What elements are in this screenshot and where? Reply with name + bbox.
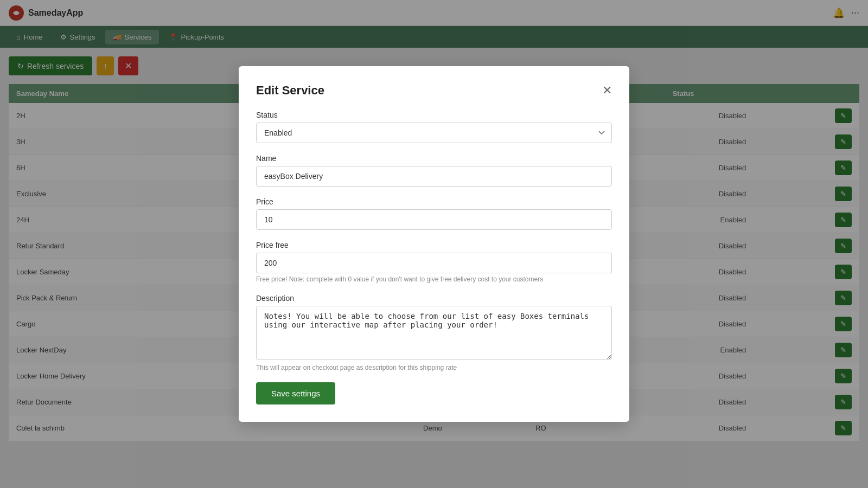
status-label: Status (256, 111, 612, 119)
description-label: Description (256, 294, 612, 303)
description-field-group: Description This will appear on checkout… (256, 294, 612, 371)
description-hint: This will appear on checkout page as des… (256, 364, 612, 371)
modal-overlay[interactable]: Edit Service ✕ Status Enabled Disabled N… (0, 0, 868, 488)
edit-service-modal: Edit Service ✕ Status Enabled Disabled N… (239, 66, 629, 422)
price-free-input[interactable] (256, 253, 612, 273)
status-select[interactable]: Enabled Disabled (256, 123, 612, 143)
name-label: Name (256, 154, 612, 163)
save-settings-button[interactable]: Save settings (256, 382, 335, 404)
price-free-field-group: Price free Free price! Note: complete wi… (256, 241, 612, 283)
status-field-group: Status Enabled Disabled (256, 111, 612, 143)
description-textarea[interactable] (256, 306, 612, 360)
name-field-group: Name (256, 154, 612, 187)
price-input[interactable] (256, 209, 612, 230)
price-label: Price (256, 197, 612, 206)
price-free-label: Price free (256, 241, 612, 249)
modal-title: Edit Service (256, 84, 324, 98)
modal-close-button[interactable]: ✕ (602, 85, 612, 97)
save-label: Save settings (271, 389, 320, 398)
name-input[interactable] (256, 166, 612, 187)
modal-header: Edit Service ✕ (256, 84, 612, 98)
price-field-group: Price (256, 197, 612, 230)
price-free-hint: Free price! Note: complete with 0 value … (256, 275, 612, 283)
